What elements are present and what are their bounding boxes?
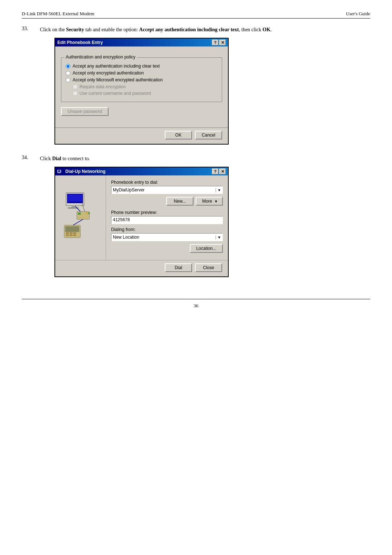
- radio-label-3: Accept only Microsoft encrypted authenti…: [73, 77, 163, 82]
- step33-bold3: OK: [262, 27, 270, 32]
- checkbox-input-1[interactable]: [73, 85, 77, 89]
- dialing-value: New Location: [113, 235, 139, 240]
- dialup-form-panel: Phonebook entry to dial: MyDialUpServer …: [106, 175, 228, 260]
- phonebook-combo[interactable]: MyDialUpServer ▼: [111, 186, 223, 194]
- svg-line-23: [83, 207, 85, 211]
- step-34-number: 34.: [22, 155, 40, 277]
- more-label: More: [202, 199, 212, 204]
- radio-option-1[interactable]: Accept any authentication including clea…: [66, 64, 217, 69]
- location-button[interactable]: Location...: [190, 244, 223, 253]
- step-34-content: Click Dial to connect to. Dial-Up Networ…: [40, 155, 370, 277]
- dialing-combo[interactable]: New Location ▼: [111, 233, 223, 241]
- svg-line-22: [73, 219, 83, 225]
- network-illustration: [59, 189, 102, 247]
- step-33-number: 33.: [22, 26, 40, 145]
- dialog-title: Edit Phonebook Entry: [57, 40, 103, 45]
- svg-rect-1: [58, 170, 60, 172]
- radio-input-2[interactable]: [66, 71, 70, 76]
- radio-input-3[interactable]: [66, 78, 70, 82]
- svg-rect-19: [70, 234, 73, 236]
- dialup-titlebar: Dial-Up Networking ? ✕: [55, 167, 228, 175]
- dialog-footer: OK Cancel: [55, 127, 228, 144]
- close-dialog-button[interactable]: Close: [195, 263, 222, 272]
- checkbox-row-1: Require data encryption: [73, 84, 217, 89]
- page-header: D-Link DFM-560EL External Modem User's G…: [22, 11, 370, 19]
- step-33-text: Click on the Security tab and enable the…: [40, 26, 370, 33]
- dialup-help-button[interactable]: ?: [212, 169, 219, 174]
- phone-label: Phone number preview:: [111, 210, 223, 215]
- dialup-close-button[interactable]: ✕: [219, 169, 226, 174]
- checkbox-input-2[interactable]: [73, 91, 77, 96]
- svg-rect-10: [78, 212, 81, 215]
- more-dropdown-arrow-icon: ▼: [214, 199, 218, 203]
- ok-button[interactable]: OK: [165, 131, 192, 139]
- svg-rect-17: [73, 232, 76, 234]
- phone-value: 4125678: [113, 217, 130, 222]
- phone-preview-input: 4125678: [111, 216, 223, 224]
- svg-point-11: [86, 212, 87, 214]
- dialup-title: Dial-Up Networking: [65, 169, 106, 174]
- dialog-body: Authentication and encryption policy Acc…: [55, 46, 228, 126]
- close-button[interactable]: ✕: [219, 40, 226, 45]
- svg-rect-3: [58, 173, 60, 173]
- header-left: D-Link DFM-560EL External Modem: [22, 11, 94, 17]
- svg-rect-16: [70, 232, 73, 234]
- dial-button[interactable]: Dial: [165, 263, 192, 272]
- phonebook-label: Phonebook entry to dial:: [111, 180, 223, 185]
- dialup-body: Phonebook entry to dial: MyDialUpServer …: [55, 175, 228, 260]
- svg-rect-14: [65, 226, 79, 232]
- step33-bold2: Accept any authentication including clea…: [139, 27, 239, 32]
- page-footer: 36: [22, 299, 370, 309]
- location-row: Location...: [111, 244, 223, 253]
- dialup-icon-panel: [55, 175, 106, 260]
- radio-option-2[interactable]: Accept only encrypted authentication: [66, 70, 217, 76]
- step-34-text: Click Dial to connect to.: [40, 155, 370, 162]
- svg-rect-2: [58, 172, 60, 173]
- edit-phonebook-dialog: Edit Phonebook Entry ? ✕ Authentication …: [54, 38, 229, 145]
- page-number: 36: [194, 303, 199, 308]
- step34-bold: Dial: [52, 156, 61, 161]
- help-button[interactable]: ?: [212, 40, 219, 45]
- step-34-block: 34. Click Dial to connect to. Dial-Up Ne…: [22, 155, 370, 277]
- checkbox-label-2: Use current username and password: [79, 91, 151, 96]
- more-button[interactable]: More ▼: [196, 197, 223, 206]
- phonebook-value: MyDialUpServer: [113, 187, 144, 193]
- checkbox-label-1: Require data encryption: [79, 84, 126, 89]
- unsave-password-button[interactable]: Unsave password: [61, 107, 109, 116]
- new-button[interactable]: New...: [166, 197, 193, 206]
- svg-line-21: [75, 206, 81, 211]
- dialup-title-icon: [57, 169, 63, 174]
- titlebar-buttons: ? ✕: [212, 40, 226, 45]
- svg-rect-20: [73, 234, 76, 236]
- svg-rect-6: [68, 194, 82, 202]
- group-box-title: Authentication and encryption policy: [64, 54, 137, 60]
- dialup-titlebar-buttons: ? ✕: [212, 169, 226, 174]
- dialing-label: Dialing from:: [111, 227, 223, 232]
- dialup-networking-dialog: Dial-Up Networking ? ✕: [54, 167, 229, 277]
- radio-label-2: Accept only encrypted authentication: [73, 70, 144, 76]
- dialup-footer: Dial Close: [55, 260, 228, 276]
- auth-group-box: Authentication and encryption policy Acc…: [61, 57, 222, 102]
- step33-bold1: Security: [66, 27, 84, 32]
- step-33-content: Click on the Security tab and enable the…: [40, 26, 370, 145]
- radio-label-1: Accept any authentication including clea…: [73, 64, 160, 69]
- new-more-row: New... More ▼: [111, 197, 223, 206]
- cancel-button[interactable]: Cancel: [195, 131, 222, 139]
- dialing-combo-arrow-icon[interactable]: ▼: [216, 235, 221, 239]
- header-right: User's Guide: [346, 11, 370, 17]
- svg-rect-7: [72, 206, 75, 207]
- checkbox-row-2: Use current username and password: [73, 91, 217, 96]
- step-33-block: 33. Click on the Security tab and enable…: [22, 26, 370, 145]
- svg-rect-15: [66, 232, 69, 234]
- svg-rect-18: [66, 234, 69, 236]
- dialog-titlebar: Edit Phonebook Entry ? ✕: [55, 39, 228, 46]
- more-button-wrap: More ▼: [196, 197, 223, 206]
- combo-arrow-icon[interactable]: ▼: [216, 188, 221, 192]
- radio-input-1[interactable]: [66, 64, 70, 69]
- svg-point-12: [88, 212, 90, 214]
- radio-option-3[interactable]: Accept only Microsoft encrypted authenti…: [66, 77, 217, 82]
